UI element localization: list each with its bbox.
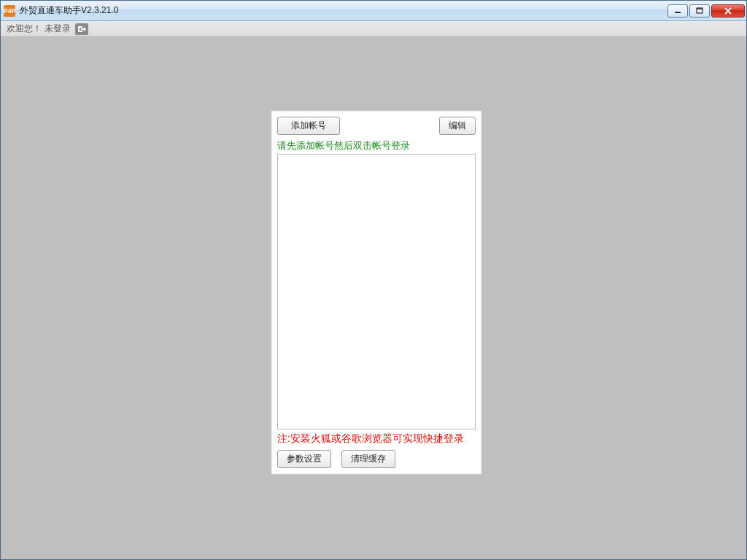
login-button[interactable] [75, 23, 88, 35]
login-panel: 添加帐号 编辑 请先添加帐号然后双击帐号登录 注:安装火狐或谷歌浏览器可实现快捷… [271, 110, 482, 475]
minimize-icon [674, 8, 681, 14]
edit-button[interactable]: 编辑 [439, 117, 476, 135]
welcome-text: 欢迎您！ [7, 23, 42, 35]
titlebar: P4P 外贸直通车助手V2.3.21.0 [1, 1, 746, 21]
statusbar: 欢迎您！ 未登录 [1, 21, 746, 37]
login-arrow-icon [77, 25, 87, 34]
close-icon [724, 7, 732, 15]
maximize-button[interactable] [689, 4, 710, 18]
minimize-button[interactable] [667, 4, 688, 18]
panel-bottom-row: 参数设置 清理缓存 [277, 450, 476, 468]
hint-add-account: 请先添加帐号然后双击帐号登录 [277, 139, 476, 152]
close-button[interactable] [711, 4, 745, 18]
panel-top-row: 添加帐号 编辑 [277, 117, 476, 135]
window-title: 外贸直通车助手V2.3.21.0 [20, 4, 118, 17]
login-state-text: 未登录 [44, 23, 71, 35]
app-icon: P4P [4, 5, 15, 17]
maximize-icon [696, 7, 703, 14]
clear-cache-button[interactable]: 清理缓存 [341, 450, 395, 468]
param-settings-button[interactable]: 参数设置 [277, 450, 331, 468]
account-list[interactable] [277, 154, 476, 429]
window-controls [667, 4, 745, 18]
app-window: P4P 外贸直通车助手V2.3.21.0 欢迎您！ 未登录 [0, 0, 747, 560]
add-account-button[interactable]: 添加帐号 [277, 117, 340, 135]
client-area: 添加帐号 编辑 请先添加帐号然后双击帐号登录 注:安装火狐或谷歌浏览器可实现快捷… [1, 37, 746, 559]
hint-browser-note: 注:安装火狐或谷歌浏览器可实现快捷登录 [277, 432, 476, 446]
